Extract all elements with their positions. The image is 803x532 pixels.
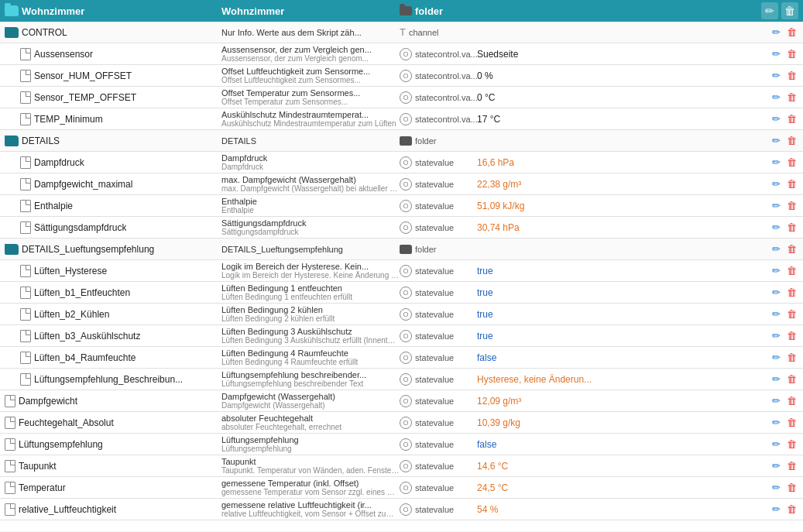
edit-button[interactable]: ✏ [769,459,783,473]
desc-main: DETAILS [221,136,400,146]
col-actions-feuchtegehalt-absolut: ✏🗑 [769,416,798,430]
circle-icon: O [400,395,412,407]
delete-button[interactable]: 🗑 [784,307,798,321]
file-icon [20,330,31,342]
edit-button[interactable]: ✏ [769,242,783,256]
delete-button[interactable]: 🗑 [784,286,798,300]
col-name-sensor-temp-offset: Sensor_TEMP_OFFSET [5,91,221,104]
header-delete-button[interactable]: 🗑 [781,2,798,19]
col-type-dampfgewicht-maximal: Ostatevalue [400,178,477,190]
edit-button[interactable]: ✏ [769,307,783,321]
col-type-lueften-b2: Ostatevalue [400,308,477,321]
delete-button[interactable]: 🗑 [784,459,798,473]
col-type-dampfdruck: Ostatevalue [400,156,477,169]
circle-icon: O [400,482,412,494]
type-label: statevalue [415,223,454,232]
col-value-lueften-b4: false [477,352,766,363]
col-desc-lueften-hysterese: Logik im Bereich der Hysterese. Kein...L… [221,260,400,281]
folder-icon-sm [400,245,412,254]
delete-button[interactable]: 🗑 [784,394,798,408]
delete-button[interactable]: 🗑 [784,481,798,495]
edit-button[interactable]: ✏ [769,286,783,300]
edit-button[interactable]: ✏ [769,91,783,105]
edit-button[interactable]: ✏ [769,199,783,213]
edit-button[interactable]: ✏ [769,156,783,170]
edit-button[interactable]: ✏ [769,329,783,343]
delete-button[interactable]: 🗑 [784,177,798,191]
desc-main: DETAILS_Lueftungsempfehlung [221,245,400,254]
delete-button[interactable]: 🗑 [784,438,798,451]
edit-button[interactable]: ✏ [769,351,783,365]
delete-button[interactable]: 🗑 [784,372,798,386]
edit-button[interactable]: ✏ [769,47,783,61]
desc-sub: Logik im Bereich der Hysterese. Keine Än… [221,271,400,280]
value-text: true [477,331,493,342]
edit-button[interactable]: ✏ [769,134,783,148]
desc-main: Logik im Bereich der Hysterese. Kein... [221,262,400,271]
delete-button[interactable]: 🗑 [784,416,798,430]
desc-sub: Lüften Bedingung 3 Auskühlschutz erfüllt… [221,336,400,345]
col-type-control-folder: Tchannel [400,26,477,38]
col-desc-feuchtegehalt-absolut: absoluter Feuchtegehaltabsoluter Feuchte… [221,412,400,433]
edit-button[interactable]: ✏ [769,221,783,235]
circle-icon: O [400,373,412,386]
delete-button[interactable]: 🗑 [784,134,798,148]
delete-button[interactable]: 🗑 [784,69,798,83]
item-name: Lüften_b4_Raumfeuchte [34,352,136,363]
circle-icon: O [400,438,412,451]
type-label: folder [415,136,437,146]
col-name-aussensensor: Aussensensor [5,48,221,60]
col-name-temperatur: Temperatur [5,482,221,494]
delete-button[interactable]: 🗑 [784,112,798,126]
col-type-saettigungsdampfdruck: Ostatevalue [400,221,477,234]
edit-button[interactable]: ✏ [769,264,783,278]
edit-button[interactable]: ✏ [769,177,783,191]
col-type-lueften-b4: Ostatevalue [400,352,477,364]
item-name: relative_Luftfeuchtigkeit [19,504,116,515]
circle-icon: O [400,70,412,82]
desc-main: gemessene Temperatur (inkl. Offset) [221,479,400,488]
delete-button[interactable]: 🗑 [784,47,798,61]
table-row: Lüftungsempfehlung_Beschreibun...Lüftung… [0,369,803,390]
folder-icon [5,27,19,38]
delete-button[interactable]: 🗑 [784,221,798,235]
col-desc-taupunkt: TaupunktTaupunkt. Temperatur von Wänden,… [221,455,400,476]
delete-button[interactable]: 🗑 [784,351,798,365]
value-text: 12,09 g/m³ [477,396,521,407]
item-name: DETAILS_Lueftungsempfehlung [22,244,154,255]
edit-button[interactable]: ✏ [769,69,783,83]
type-label: statevalue [415,418,454,427]
delete-button[interactable]: 🗑 [784,242,798,256]
delete-button[interactable]: 🗑 [784,329,798,343]
value-text: 17 °C [477,114,500,125]
col-desc-lueften-b4: Lüften Bedingung 4 RaumfeuchteLüften Bed… [221,347,400,368]
col-value-lueften-b3: true [477,331,766,342]
col-desc-sensor-temp-offset: Offset Temperatur zum Sensormes...Offset… [221,87,400,108]
header-edit-button[interactable]: ✏ [761,2,778,19]
edit-button[interactable]: ✏ [769,372,783,386]
edit-button[interactable]: ✏ [769,481,783,495]
delete-button[interactable]: 🗑 [784,199,798,213]
item-name: Sättigungsdampfdruck [34,222,126,233]
delete-button[interactable]: 🗑 [784,503,798,517]
desc-main: Lüften Bedingung 2 kühlen [221,305,400,314]
delete-button[interactable]: 🗑 [784,26,798,39]
edit-button[interactable]: ✏ [769,394,783,408]
table-row: DETAILSDETAILSfolder✏🗑 [0,130,803,152]
edit-button[interactable]: ✏ [769,503,783,517]
table-row: Feuchtegehalt_Absolutabsoluter Feuchtege… [0,412,803,434]
delete-button[interactable]: 🗑 [784,91,798,105]
type-label: statecontrol.va... [415,71,477,81]
edit-button[interactable]: ✏ [769,438,783,451]
edit-button[interactable]: ✏ [769,26,783,39]
edit-button[interactable]: ✏ [769,416,783,430]
col-value-taupunkt: 14,6 °C [477,461,766,472]
item-name: Dampfgewicht [19,396,77,407]
delete-button[interactable]: 🗑 [784,156,798,170]
delete-button[interactable]: 🗑 [784,264,798,278]
circle-icon: O [400,287,412,299]
type-label: channel [409,28,439,37]
desc-sub: Dampfdruck [221,163,400,171]
table-row: Dampfgewicht_maximalmax. Dampfgewicht (W… [0,173,803,195]
edit-button[interactable]: ✏ [769,112,783,126]
